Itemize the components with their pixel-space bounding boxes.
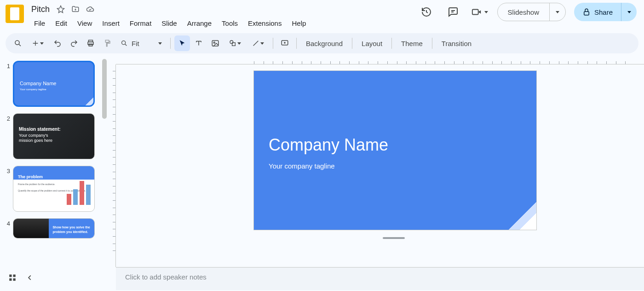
svg-rect-1 [584,12,589,15]
menu-view[interactable]: View [73,17,97,29]
menu-insert[interactable]: Insert [98,17,124,29]
filmstrip: 1 Company Name Your company tagline 2 Mi… [0,56,107,290]
background-button[interactable]: Background [300,35,348,51]
toolbar-separator [170,38,171,49]
zoom-value: Fit [132,40,139,47]
svg-rect-13 [13,274,16,277]
thumb-subtitle: Your company tagline [20,88,46,91]
svg-point-8 [213,42,215,43]
slide-thumbnail-3[interactable]: The problem Frame the problem for the au… [13,166,95,212]
thumb-number: 3 [2,166,10,175]
menu-extensions[interactable]: Extensions [243,17,286,29]
slide-title[interactable]: Company Name [269,135,388,155]
thumb-line2: Your company'smission goes here [19,133,52,144]
comments-icon[interactable] [444,3,462,21]
slideshow-button-group: Slideshow [497,3,566,21]
zoom-control[interactable]: Fit [116,40,167,47]
slide-thumbnail-2[interactable]: Mission statement: Your company'smission… [13,113,95,159]
print-icon[interactable] [83,35,98,51]
svg-rect-14 [9,279,12,281]
svg-rect-7 [212,41,218,46]
speaker-notes[interactable]: Click to add speaker notes [116,267,644,290]
share-button-group: Share [574,3,637,21]
page-fold-icon [85,97,93,105]
menu-tools[interactable]: Tools [217,17,242,29]
textbox-tool-icon[interactable] [191,35,207,51]
menu-arrange[interactable]: Arrange [183,17,216,29]
slide-subtitle[interactable]: Your company tagline [269,162,335,170]
svg-rect-12 [9,274,12,277]
expand-filmstrip-icon[interactable] [27,274,33,281]
canvas-area: Company Name Your company tagline Click … [107,56,644,290]
menu-help[interactable]: Help [287,17,310,29]
search-menus-icon[interactable] [10,35,26,51]
share-dropdown[interactable] [621,3,637,21]
horizontal-ruler[interactable] [116,56,644,64]
vertical-ruler[interactable] [107,64,116,267]
comment-tool-icon[interactable] [277,35,293,51]
share-label: Share [594,8,613,16]
chevron-down-icon [556,11,559,13]
menu-bar: File Edit View Insert Format Slide Arran… [29,16,417,30]
app-header: Pitch File Edit View Insert Format Slide… [0,0,644,30]
document-title[interactable]: Pitch [29,5,52,14]
menu-format[interactable]: Format [125,17,156,29]
current-slide[interactable]: Company Name Your company tagline [254,71,536,230]
page-fold-icon [509,202,536,230]
chevron-down-icon [237,42,241,45]
present-meet-icon[interactable] [471,3,489,21]
toolbar: Fit Background Layout Theme Transition [6,33,638,53]
layout-button[interactable]: Layout [356,35,388,51]
thumb-title: The problem [18,175,43,179]
theme-button[interactable]: Theme [396,35,428,51]
header-right: Slideshow Share [417,3,640,21]
cloud-status-icon[interactable] [85,4,96,15]
svg-point-9 [230,41,233,44]
slideshow-button[interactable]: Slideshow [498,3,550,21]
app-body: 1 Company Name Your company tagline 2 Mi… [0,56,644,290]
image-tool-icon[interactable] [207,35,223,51]
svg-point-6 [122,41,126,45]
thumb-number: 1 [2,61,10,70]
shape-tool-icon[interactable] [224,35,246,51]
thumb-number: 4 [2,218,10,227]
svg-rect-0 [472,10,478,15]
menu-file[interactable]: File [29,17,50,29]
select-tool-icon[interactable] [174,35,190,51]
toolbar-separator [273,38,273,49]
notes-resize-handle[interactable] [383,237,405,239]
menu-edit[interactable]: Edit [51,17,72,29]
thumb-title: Company Name [20,81,56,86]
history-icon[interactable] [417,3,436,21]
toolbar-separator [352,38,352,49]
new-slide-button[interactable] [27,35,49,51]
paint-format-icon[interactable] [99,35,115,51]
undo-icon[interactable] [50,35,65,51]
chevron-down-icon [260,42,264,45]
star-icon[interactable] [55,4,66,15]
chevron-down-icon [158,42,162,45]
title-area: Pitch File Edit View Insert Format Slide… [29,3,417,30]
thumb-chart [67,180,91,205]
zoom-icon [121,40,128,47]
slides-app-icon[interactable] [6,5,24,23]
transition-button[interactable]: Transition [436,35,477,51]
thumb-row: 2 Mission statement: Your company'smissi… [2,113,103,159]
thumb-row: 3 The problem Frame the problem for the … [2,166,103,212]
share-button[interactable]: Share [574,8,621,16]
slide-thumbnail-1[interactable]: Company Name Your company tagline [13,61,95,107]
menu-slide[interactable]: Slide [157,17,181,29]
filmstrip-scrollbar[interactable] [102,59,107,119]
svg-point-2 [15,41,19,45]
chevron-down-icon [484,11,488,13]
slideshow-dropdown[interactable] [550,11,565,13]
grid-view-icon[interactable] [8,274,17,282]
toolbar-separator [296,38,297,49]
line-tool-icon[interactable] [247,35,269,51]
slide-thumbnail-4[interactable]: Show how you solve theproblem you identi… [13,218,95,239]
redo-icon[interactable] [66,35,82,51]
lock-icon [582,8,591,16]
slide-stage[interactable]: Company Name Your company tagline [116,64,644,267]
chevron-down-icon [627,11,631,13]
move-folder-icon[interactable] [70,4,81,15]
